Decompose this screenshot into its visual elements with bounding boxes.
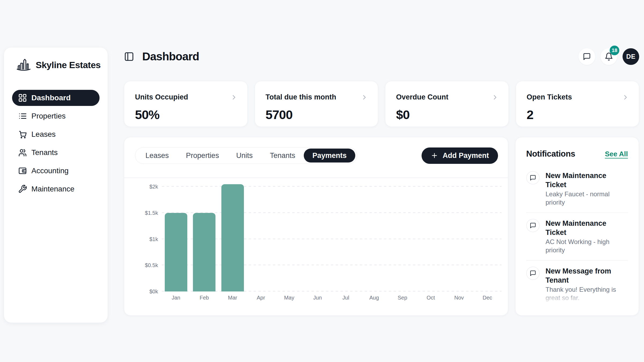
- notifications-card: Notifications See All New Maintenance Ti…: [515, 137, 639, 316]
- message-icon: [526, 267, 540, 280]
- sidebar-item-tenants[interactable]: Tenants: [12, 145, 100, 161]
- sidebar-item-label: Dashboard: [31, 94, 71, 102]
- bar-feb: [193, 213, 215, 291]
- y-tick-label: $1k: [149, 236, 158, 242]
- bar-slot-oct: [417, 179, 445, 291]
- notification-title: New Maintenance Ticket: [546, 314, 628, 316]
- divider: [124, 178, 508, 178]
- bar-slot-feb: [190, 179, 219, 291]
- page-title: Dashboard: [142, 50, 199, 63]
- message-icon: [526, 171, 540, 184]
- bar-slot-may: [275, 179, 303, 291]
- stat-card-overdue-count[interactable]: Overdue Count $0: [385, 81, 509, 127]
- notification-body: Leaky Faucet - normal priority: [546, 190, 628, 206]
- notification-item[interactable]: New Maintenance Ticket Leaky Faucet - no…: [526, 165, 628, 213]
- bar-slot-sep: [388, 179, 417, 291]
- chevron-right-icon: [491, 94, 499, 101]
- avatar[interactable]: DE: [623, 48, 639, 65]
- stat-value: 50%: [135, 107, 238, 122]
- bar-jan: [165, 213, 187, 291]
- x-tick-label: Apr: [247, 295, 275, 301]
- y-tick-label: $2k: [149, 184, 158, 190]
- stat-card-open-tickets[interactable]: Open Tickets 2: [516, 81, 639, 127]
- grid-icon: [18, 93, 27, 102]
- bar-mar: [221, 184, 244, 291]
- topbar-actions: 18 DE: [579, 48, 639, 65]
- sidebar-item-leases[interactable]: Leases: [12, 126, 100, 142]
- stat-label: Total due this month: [266, 93, 336, 101]
- stat-value: 2: [527, 107, 630, 122]
- bar-slot-jun: [303, 179, 332, 291]
- cart-icon: [18, 130, 27, 139]
- bar-slot-apr: [247, 179, 275, 291]
- notifications-button[interactable]: 18: [601, 48, 617, 65]
- tab-properties[interactable]: Properties: [177, 149, 228, 162]
- sidebar-item-label: Maintenance: [31, 185, 74, 193]
- bar-slot-jul: [332, 179, 360, 291]
- tab-payments[interactable]: Payments: [304, 149, 355, 162]
- wrench-icon: [18, 184, 27, 194]
- message-icon: [526, 219, 540, 232]
- add-payment-button[interactable]: Add Payment: [422, 147, 498, 164]
- chart-bars: [162, 179, 502, 291]
- tab-tenants[interactable]: Tenants: [261, 149, 304, 162]
- see-all-link[interactable]: See All: [605, 150, 628, 158]
- list-icon: [18, 112, 27, 121]
- notification-title: New Maintenance Ticket: [546, 219, 628, 237]
- y-tick-label: $0.5k: [145, 262, 158, 268]
- stat-label: Open Tickets: [527, 93, 572, 101]
- sidebar-item-maintenance[interactable]: Maintenance: [12, 181, 100, 197]
- panel-left-icon[interactable]: [124, 51, 134, 62]
- notification-body: AC Not Working - high priority: [546, 238, 628, 254]
- notifications-title: Notifications: [526, 149, 575, 159]
- sidebar-item-dashboard[interactable]: Dashboard: [12, 90, 100, 106]
- stats-row: Units Occupied 50% Total due this month …: [124, 81, 639, 127]
- chart-plot: [162, 179, 502, 291]
- chevron-right-icon: [622, 94, 629, 101]
- tab-units[interactable]: Units: [228, 149, 261, 162]
- x-tick-label: Jun: [303, 295, 332, 301]
- brand-name: Skyline Estates: [36, 60, 101, 70]
- sidebar-item-label: Properties: [31, 112, 66, 120]
- bar-slot-aug: [360, 179, 389, 291]
- x-tick-label: Mar: [218, 295, 247, 301]
- x-tick-label: Dec: [473, 295, 502, 301]
- bar-slot-mar: [218, 179, 247, 291]
- brand: Skyline Estates: [4, 47, 108, 73]
- chart-x-axis: JanFebMarAprMayJunJulAugSepOctNovDec: [162, 295, 502, 301]
- notification-body: Thank you! Everything is great so far.: [546, 285, 628, 302]
- notification-item[interactable]: New Maintenance Ticket Leaky Faucet - no…: [526, 308, 628, 316]
- stat-label: Overdue Count: [396, 93, 448, 101]
- sidebar-item-label: Tenants: [31, 148, 58, 157]
- sidebar-item-accounting[interactable]: Accounting: [12, 163, 100, 179]
- tab-leases[interactable]: Leases: [137, 149, 177, 162]
- sidebar-nav: Dashboard Properties Leases Tenants Acco…: [12, 90, 100, 197]
- x-tick-label: May: [275, 295, 303, 301]
- add-payment-label: Add Payment: [442, 152, 489, 160]
- x-tick-label: Feb: [190, 295, 219, 301]
- sidebar-item-properties[interactable]: Properties: [12, 108, 100, 124]
- stat-label: Units Occupied: [135, 93, 188, 101]
- bar-slot-nov: [445, 179, 473, 291]
- notification-item[interactable]: New Message from Tenant Thank you! Every…: [526, 261, 628, 308]
- skyline-logo-icon: [16, 57, 31, 73]
- x-tick-label: Oct: [417, 295, 445, 301]
- wallet-icon: [18, 166, 27, 175]
- x-tick-label: Jul: [332, 295, 360, 301]
- x-tick-label: Sep: [388, 295, 417, 301]
- notifications-list: New Maintenance Ticket Leaky Faucet - no…: [526, 165, 628, 316]
- x-tick-label: Nov: [445, 295, 473, 301]
- sidebar-item-label: Leases: [31, 130, 56, 139]
- payments-chart-card: Leases Properties Units Tenants Payments…: [124, 137, 508, 316]
- notification-count-badge: 18: [610, 46, 619, 55]
- y-tick-label: $0k: [149, 289, 158, 295]
- chat-button[interactable]: [579, 48, 595, 65]
- notification-item[interactable]: New Maintenance Ticket AC Not Working - …: [526, 213, 628, 261]
- plus-icon: [431, 152, 438, 159]
- bar-slot-jan: [162, 179, 190, 291]
- panel-row: Leases Properties Units Tenants Payments…: [124, 137, 639, 316]
- notification-title: New Message from Tenant: [546, 267, 628, 285]
- stat-card-total-due[interactable]: Total due this month 5700: [255, 81, 378, 127]
- stat-card-units-occupied[interactable]: Units Occupied 50%: [124, 81, 248, 127]
- x-tick-label: Jan: [162, 295, 190, 301]
